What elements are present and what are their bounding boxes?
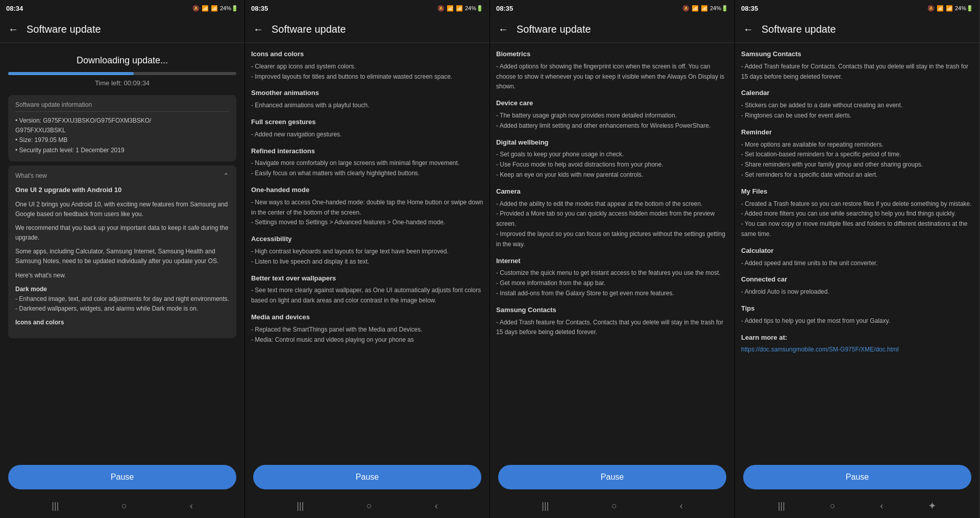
section-title-learn-more: Learn more at: <box>741 333 973 343</box>
section-title-text-wallpapers: Better text over wallpapers <box>251 273 483 284</box>
section-title-my-files: My Files <box>741 186 973 197</box>
whats-new-header: What's new ⌃ <box>15 172 229 180</box>
nav-bar-4: ||| ○ ‹ ✦ <box>735 493 979 518</box>
bottom-area-4: Pause <box>735 459 979 493</box>
nav-bar-1: ||| ○ ‹ <box>0 493 244 518</box>
section-body-tips: - Added tips to help you get the most fr… <box>741 316 973 326</box>
home-icon-2[interactable]: ○ <box>366 501 372 511</box>
whats-new-content: One UI 2 upgrade with Android 10 One UI … <box>15 185 229 332</box>
section-body-calculator: - Added speed and time units to the unit… <box>741 258 973 269</box>
scroll-content-inner-2: Icons and colors - Clearer app icons and… <box>251 49 483 345</box>
battery-icon-2: 24%🔋 <box>465 5 483 12</box>
section-body-icons-colors: - Clearer app icons and system colors.- … <box>251 62 483 82</box>
section-title-media: Media and devices <box>251 312 483 323</box>
download-section: Downloading update... Time left: 00:09:3… <box>0 43 244 346</box>
status-time-4: 08:35 <box>741 5 758 12</box>
back-button-2[interactable]: ← <box>253 23 263 35</box>
section-title-biometrics: Biometrics <box>496 49 728 60</box>
signal-icon-4: 📶 <box>946 5 953 12</box>
content-area-1: Downloading update... Time left: 00:09:3… <box>0 43 244 459</box>
section-body-connected-car: - Android Auto is now preloaded. <box>741 287 973 297</box>
signal-icon-1: 📶 <box>211 5 218 12</box>
section-title-onehanded: One-handed mode <box>251 185 483 196</box>
bottom-area-3: Pause <box>490 459 734 493</box>
time-left: Time left: 00:09:34 <box>95 79 150 87</box>
software-info-box: Software update information • Version: G… <box>8 95 236 161</box>
notification-icons-1: 🔕 <box>192 5 200 12</box>
section-title-internet: Internet <box>496 256 728 267</box>
info-box-title: Software update information <box>15 101 229 112</box>
section-body-text-wallpapers: - See text more clearly against wallpape… <box>251 286 483 306</box>
progress-bar-container <box>8 72 236 75</box>
pause-button-1[interactable]: Pause <box>8 465 236 489</box>
section-title-digital-wellbeing: Digital wellbeing <box>496 137 728 148</box>
section-body-digital-wellbeing: - Set goals to keep your phone usage in … <box>496 150 728 180</box>
learn-more-link[interactable]: https://doc.samsungmobile.com/SM-G975F/X… <box>741 346 899 353</box>
section-body-interactions: - Navigate more comfortably on large scr… <box>251 158 483 179</box>
section-body-internet: - Customize the quick menu to get instan… <box>496 268 728 298</box>
home-icon-3[interactable]: ○ <box>611 501 617 511</box>
section-title-interactions: Refined interactions <box>251 146 483 157</box>
section-body-gestures: - Added new navigation gestures. <box>251 130 483 140</box>
status-time-1: 08:34 <box>6 5 23 12</box>
back-button-3[interactable]: ← <box>498 23 508 35</box>
section-body-samsung-contacts-p4: - Added Trash feature for Contacts. Cont… <box>741 62 973 82</box>
scroll-content-4: Samsung Contacts - Added Trash feature f… <box>735 43 979 459</box>
top-bar-1: ← Software update <box>0 16 244 43</box>
section-body-accessibility: - High contrast keyboards and layouts fo… <box>251 247 483 267</box>
page-title-1: Software update <box>27 23 101 35</box>
chevron-up-icon[interactable]: ⌃ <box>223 172 229 180</box>
bottom-area-2: Pause <box>245 459 489 493</box>
back-button-4[interactable]: ← <box>743 23 753 35</box>
section-body-device-care: - The battery usage graph now provides m… <box>496 111 728 131</box>
section-body-learn-more: https://doc.samsungmobile.com/SM-G975F/X… <box>741 345 973 355</box>
battery-icon-3: 24%🔋 <box>710 5 728 12</box>
recent-apps-icon-4[interactable]: ||| <box>778 501 785 511</box>
section-body-onehanded: - New ways to access One-handed mode: do… <box>251 198 483 228</box>
section-body-reminder: - More options are available for repeati… <box>741 140 973 180</box>
progress-bar-fill <box>8 72 134 75</box>
pause-button-2[interactable]: Pause <box>253 465 481 489</box>
notification-icons-3: 🔕 <box>682 5 690 12</box>
phone-panel-3: 08:35 🔕 📶 📶 24%🔋 ← Software update Biome… <box>490 0 735 518</box>
section-title-samsung-contacts-p3: Samsung Contacts <box>496 305 728 316</box>
home-icon-1[interactable]: ○ <box>121 501 127 511</box>
status-time-2: 08:35 <box>251 5 268 12</box>
pause-button-4[interactable]: Pause <box>743 465 971 489</box>
section-title-calculator: Calculator <box>741 246 973 256</box>
back-button-1[interactable]: ← <box>8 23 18 35</box>
back-nav-icon-1[interactable]: ‹ <box>190 501 193 511</box>
scroll-content-inner-4: Samsung Contacts - Added Trash feature f… <box>741 49 973 355</box>
recent-apps-icon-2[interactable]: ||| <box>297 501 304 511</box>
section-body-camera: - Added the ability to edit the modes th… <box>496 199 728 250</box>
recent-apps-icon-1[interactable]: ||| <box>52 501 59 511</box>
back-nav-icon-2[interactable]: ‹ <box>435 501 438 511</box>
back-nav-icon-4[interactable]: ‹ <box>880 501 883 511</box>
info-size: • Size: 1979.05 MB <box>15 135 229 145</box>
section-title-icons-colors: Icons and colors <box>251 49 483 60</box>
status-icons-1: 🔕 📶 📶 24%🔋 <box>192 5 238 12</box>
samsung-logo-icon: ✦ <box>928 500 937 512</box>
section-title-accessibility: Accessibility <box>251 234 483 245</box>
top-bar-2: ← Software update <box>245 16 489 43</box>
notification-icons-2: 🔕 <box>437 5 445 12</box>
section-body-animations: - Enhanced animations with a playful tou… <box>251 101 483 111</box>
section-body-my-files: - Created a Trash feature so you can res… <box>741 199 973 240</box>
back-nav-icon-3[interactable]: ‹ <box>680 501 683 511</box>
home-icon-4[interactable]: ○ <box>830 501 836 511</box>
status-bar-2: 08:35 🔕 📶 📶 24%🔋 <box>245 0 489 16</box>
pause-button-3[interactable]: Pause <box>498 465 726 489</box>
status-icons-4: 🔕 📶 📶 24%🔋 <box>927 5 973 12</box>
section-title-animations: Smoother animations <box>251 88 483 99</box>
status-bar-1: 08:34 🔕 📶 📶 24%🔋 <box>0 0 244 16</box>
section-title-tips: Tips <box>741 303 973 314</box>
wifi-icon-1: 📶 <box>202 5 209 12</box>
section-title-calendar: Calendar <box>741 88 973 99</box>
section-body-biometrics: - Added options for showing the fingerpr… <box>496 62 728 92</box>
recent-apps-icon-3[interactable]: ||| <box>542 501 549 511</box>
top-bar-4: ← Software update <box>735 16 979 43</box>
content-area-4: Samsung Contacts - Added Trash feature f… <box>735 43 979 459</box>
signal-icon-2: 📶 <box>456 5 463 12</box>
battery-icon-4: 24%🔋 <box>955 5 973 12</box>
nav-bar-3: ||| ○ ‹ <box>490 493 734 518</box>
